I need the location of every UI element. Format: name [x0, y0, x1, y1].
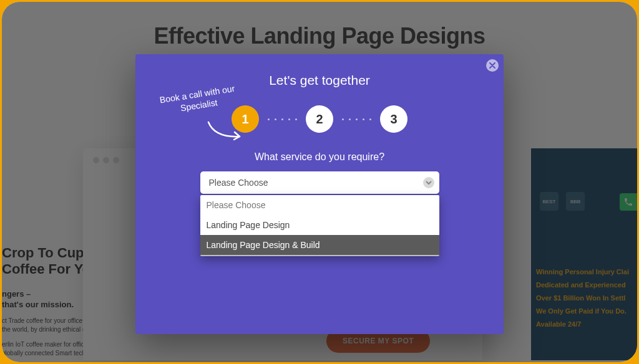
- trust-badge: BBB: [566, 192, 585, 211]
- form-question: What service do you require?: [135, 151, 504, 163]
- dropdown-option-design-build[interactable]: Landing Page Design & Build: [200, 235, 439, 255]
- bg-right-bullet: We Only Get Paid if You Do.: [536, 305, 637, 318]
- bg-right-bullet: Available 24/7: [536, 318, 637, 331]
- service-select-value: Please Choose: [209, 178, 268, 188]
- phone-icon: [623, 197, 633, 207]
- service-dropdown: Please Choose Landing Page Design Landin…: [200, 195, 439, 256]
- bg-left-sub1: ngers –: [2, 289, 31, 299]
- bg-right-bullet: Winning Personal Injury Clai: [536, 266, 637, 279]
- callout-arrow-icon: [205, 119, 249, 144]
- bg-left-tiny1: ct Trade coffee for your office. S: [2, 317, 90, 324]
- page-title: Effective Landing Page Designs: [2, 23, 637, 49]
- bg-left-line1: Crop To Cup,: [2, 245, 88, 261]
- service-select[interactable]: Please Choose: [200, 171, 439, 194]
- chevron-down-icon: [423, 177, 434, 188]
- dropdown-option-design[interactable]: Landing Page Design: [200, 215, 439, 235]
- bg-right-bullet: Dedicated and Experienced: [536, 279, 637, 292]
- close-button[interactable]: [486, 59, 499, 72]
- bg-left-sub2: that's our mission.: [2, 300, 74, 309]
- step-connector: [264, 118, 301, 120]
- trust-badge: BEST: [540, 192, 559, 211]
- modal-contact-form: Let's get together Book a call with our …: [135, 54, 504, 334]
- modal-title: Let's get together: [135, 73, 504, 88]
- whatsapp-tab[interactable]: [620, 193, 637, 211]
- bg-right-bullet: Over $1 Billion Won In Settl: [536, 292, 637, 305]
- close-icon: [489, 62, 495, 69]
- bg-left-tiny3: erlin IoT coffee maker for offices: [2, 341, 90, 348]
- step-2[interactable]: 2: [306, 105, 333, 133]
- bg-left-tiny2: the world, by drinking ethical c: [2, 326, 85, 333]
- bg-left-line2: Coffee For Yo: [2, 261, 90, 277]
- bg-left-tiny4: globally connected Smart tech: [2, 350, 85, 357]
- bg-right-card: BEST BBB Winning Personal Injury Clai De…: [531, 148, 637, 360]
- step-connector: [338, 118, 375, 120]
- dropdown-option-placeholder[interactable]: Please Choose: [200, 195, 439, 215]
- step-3[interactable]: 3: [380, 105, 407, 133]
